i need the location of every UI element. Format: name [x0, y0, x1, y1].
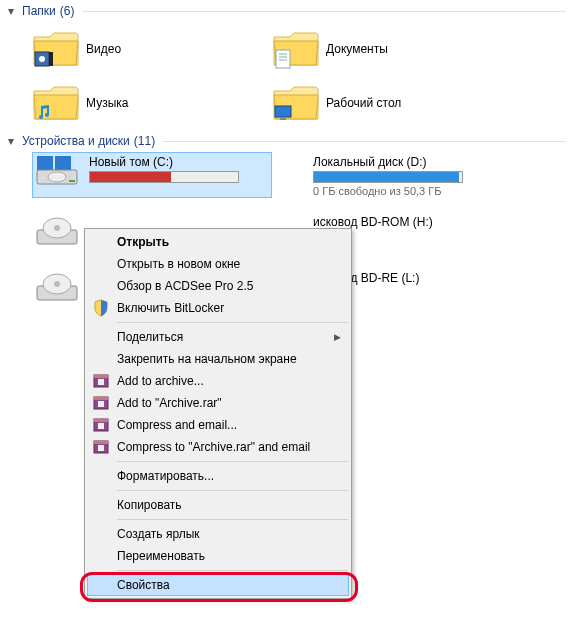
svg-rect-24 — [94, 397, 108, 400]
optical-drive-icon — [33, 269, 81, 309]
ctx-rename[interactable]: Переименовать — [87, 545, 349, 567]
winrar-icon — [92, 394, 110, 412]
svg-rect-28 — [98, 423, 104, 429]
ctx-add-archive-rar[interactable]: Add to "Archive.rar" — [87, 392, 349, 414]
separator — [117, 490, 348, 491]
svg-rect-30 — [94, 441, 108, 444]
ctx-format[interactable]: Форматировать... — [87, 465, 349, 487]
svg-rect-8 — [280, 117, 286, 120]
drive-free-text: 0 ГБ свободно из 50,3 ГБ — [313, 185, 551, 197]
folder-label: Музыка — [86, 96, 128, 110]
drive-item-d[interactable]: Локальный диск (D:) 0 ГБ свободно из 50,… — [312, 152, 552, 198]
drive-label: Локальный диск (D:) — [313, 155, 551, 169]
svg-rect-7 — [275, 106, 291, 117]
section-count: (6) — [60, 4, 75, 18]
folder-item-music[interactable]: Музыка — [32, 76, 272, 130]
ctx-open-new-window[interactable]: Открыть в новом окне — [87, 253, 349, 275]
svg-point-12 — [48, 172, 66, 182]
ctx-add-archive[interactable]: Add to archive... — [87, 370, 349, 392]
folder-icon — [32, 29, 80, 69]
section-title: Папки — [22, 4, 56, 18]
submenu-arrow-icon: ▶ — [334, 332, 341, 342]
section-header-devices[interactable]: ▾ Устройства и диски (11) — [0, 130, 574, 152]
svg-point-16 — [54, 225, 60, 231]
ctx-compress-email[interactable]: Compress and email... — [87, 414, 349, 436]
svg-rect-22 — [98, 379, 104, 385]
chevron-down-icon: ▾ — [8, 4, 18, 18]
section-title: Устройства и диски — [22, 134, 130, 148]
folder-label: Рабочий стол — [326, 96, 401, 110]
svg-rect-3 — [276, 50, 290, 68]
drive-label: Новый том (C:) — [89, 155, 271, 169]
svg-rect-1 — [49, 52, 53, 66]
ctx-open[interactable]: Открыть — [87, 231, 349, 253]
optical-drive-icon — [33, 213, 81, 253]
winrar-icon — [92, 416, 110, 434]
separator — [117, 322, 348, 323]
drive-label: исковод BD-ROM (H:) — [313, 215, 551, 229]
ctx-copy[interactable]: Копировать — [87, 494, 349, 516]
separator — [117, 461, 348, 462]
section-header-folders[interactable]: ▾ Папки (6) — [0, 0, 574, 22]
separator — [117, 570, 348, 571]
svg-point-2 — [39, 56, 45, 62]
folder-label: Документы — [326, 42, 388, 56]
ctx-create-shortcut[interactable]: Создать ярлык — [87, 523, 349, 545]
folder-icon — [272, 83, 320, 123]
ctx-share[interactable]: Поделиться▶ — [87, 326, 349, 348]
svg-rect-21 — [94, 375, 108, 378]
winrar-icon — [92, 372, 110, 390]
svg-point-19 — [54, 281, 60, 287]
folder-item-desktop[interactable]: Рабочий стол — [272, 76, 512, 130]
divider — [163, 141, 566, 142]
drive-item-c[interactable]: Новый том (C:) — [32, 152, 272, 198]
shield-icon — [92, 299, 110, 317]
folder-icon — [272, 29, 320, 69]
svg-rect-25 — [98, 401, 104, 407]
ctx-bitlocker[interactable]: Включить BitLocker — [87, 297, 349, 319]
ctx-properties[interactable]: Свойства — [87, 574, 349, 596]
folder-item-video[interactable]: Видео — [32, 22, 272, 76]
ctx-acdsee[interactable]: Обзор в ACDSee Pro 2.5 — [87, 275, 349, 297]
ctx-compress-rar-email[interactable]: Compress to "Archive.rar" and email — [87, 436, 349, 458]
svg-rect-31 — [98, 445, 104, 451]
winrar-icon — [92, 438, 110, 456]
capacity-bar — [89, 171, 239, 183]
folder-icon — [32, 83, 80, 123]
section-count: (11) — [134, 134, 155, 148]
ctx-pin-start[interactable]: Закрепить на начальном экране — [87, 348, 349, 370]
svg-rect-27 — [94, 419, 108, 422]
chevron-down-icon: ▾ — [8, 134, 18, 148]
svg-rect-13 — [69, 180, 75, 182]
folder-item-documents[interactable]: Документы — [272, 22, 512, 76]
divider — [82, 11, 566, 12]
capacity-bar — [313, 171, 463, 183]
folder-label: Видео — [86, 42, 121, 56]
separator — [117, 519, 348, 520]
context-menu: Открыть Открыть в новом окне Обзор в ACD… — [84, 228, 352, 599]
drive-icon — [33, 153, 81, 193]
